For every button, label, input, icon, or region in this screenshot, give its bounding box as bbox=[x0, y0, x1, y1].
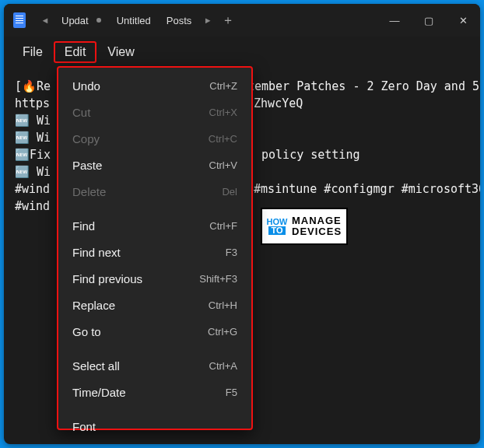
menu-item-copy: CopyCtrl+C bbox=[58, 125, 251, 152]
menu-item-time-date[interactable]: Time/DateF5 bbox=[58, 379, 251, 405]
logo-text: MANAGE bbox=[292, 215, 346, 226]
menu-item-replace[interactable]: ReplaceCtrl+H bbox=[58, 292, 251, 318]
maximize-button[interactable]: ▢ bbox=[412, 4, 446, 37]
menu-item-shortcut: Ctrl+G bbox=[208, 326, 237, 338]
menu-item-shortcut: Ctrl+A bbox=[209, 360, 237, 372]
menu-item-go-to[interactable]: Go toCtrl+G bbox=[58, 318, 251, 345]
tab-prev-button[interactable]: ◄ bbox=[37, 16, 54, 25]
menu-item-find-next[interactable]: Find nextF3 bbox=[58, 239, 251, 265]
logo-text: TO bbox=[268, 226, 285, 235]
menu-item-select-all[interactable]: Select allCtrl+A bbox=[58, 352, 251, 379]
menu-edit[interactable]: Edit bbox=[54, 41, 97, 63]
menu-item-delete: DeleteDel bbox=[58, 178, 251, 205]
menu-item-paste[interactable]: PasteCtrl+V bbox=[58, 152, 251, 178]
tab-untitled[interactable]: Untitled bbox=[109, 4, 159, 37]
menu-item-label: Find next bbox=[72, 246, 121, 259]
menu-item-shortcut: Ctrl+H bbox=[209, 299, 237, 311]
menu-item-label: Go to bbox=[72, 325, 101, 338]
menu-item-shortcut: Shift+F3 bbox=[199, 273, 237, 285]
menu-view[interactable]: View bbox=[96, 41, 145, 63]
menu-item-find[interactable]: FindCtrl+F bbox=[58, 212, 251, 239]
modified-dot-icon bbox=[96, 18, 101, 23]
menu-item-label: Replace bbox=[72, 299, 115, 312]
menu-item-label: Undo bbox=[72, 79, 100, 93]
tab-label: Untitled bbox=[117, 15, 151, 26]
menu-item-find-previous[interactable]: Find previousShift+F3 bbox=[58, 265, 251, 292]
tab-posts[interactable]: Posts bbox=[159, 4, 200, 37]
menu-item-font[interactable]: Font bbox=[58, 413, 251, 439]
tab-label: Updat bbox=[61, 15, 89, 26]
app-icon bbox=[13, 12, 26, 28]
logo-text: DEVICES bbox=[292, 226, 346, 237]
tab-label: Posts bbox=[167, 15, 192, 26]
menu-item-shortcut: Ctrl+F bbox=[209, 220, 237, 232]
menu-file[interactable]: File bbox=[12, 41, 54, 63]
menu-item-label: Find previous bbox=[72, 272, 142, 285]
menu-item-label: Font bbox=[72, 420, 96, 433]
menu-item-label: Find bbox=[72, 219, 95, 233]
menu-bar: File Edit View bbox=[4, 37, 480, 68]
menu-item-shortcut: Ctrl+C bbox=[209, 133, 237, 145]
menu-item-label: Cut bbox=[72, 106, 90, 119]
menu-item-undo[interactable]: UndoCtrl+Z bbox=[58, 72, 251, 99]
title-bar: ◄ Updat Untitled Posts ► ＋ — ▢ ✕ bbox=[4, 4, 480, 37]
menu-item-shortcut: F5 bbox=[226, 387, 237, 398]
menu-item-shortcut: F3 bbox=[226, 247, 237, 258]
menu-item-shortcut: Ctrl+Z bbox=[209, 80, 237, 92]
menu-item-label: Paste bbox=[72, 159, 102, 172]
menu-item-label: Delete bbox=[72, 185, 106, 198]
edit-menu-dropdown: UndoCtrl+ZCutCtrl+XCopyCtrl+CPasteCtrl+V… bbox=[57, 66, 253, 430]
minimize-button[interactable]: — bbox=[377, 4, 412, 37]
new-tab-button[interactable]: ＋ bbox=[216, 12, 240, 29]
menu-item-cut: CutCtrl+X bbox=[58, 99, 251, 125]
menu-item-label: Time/Date bbox=[72, 386, 126, 399]
close-button[interactable]: ✕ bbox=[446, 4, 480, 37]
menu-item-label: Select all bbox=[72, 359, 120, 373]
tab-next-button[interactable]: ► bbox=[199, 16, 216, 25]
logo-watermark: HOW TO MANAGE DEVICES bbox=[261, 208, 348, 245]
tab-updat[interactable]: Updat bbox=[54, 4, 109, 37]
app-window: ◄ Updat Untitled Posts ► ＋ — ▢ ✕ File Ed… bbox=[4, 4, 480, 444]
menu-item-shortcut: Ctrl+X bbox=[209, 107, 237, 118]
menu-item-shortcut: Del bbox=[222, 186, 237, 198]
menu-item-shortcut: Ctrl+V bbox=[209, 159, 237, 171]
menu-item-label: Copy bbox=[72, 132, 100, 145]
